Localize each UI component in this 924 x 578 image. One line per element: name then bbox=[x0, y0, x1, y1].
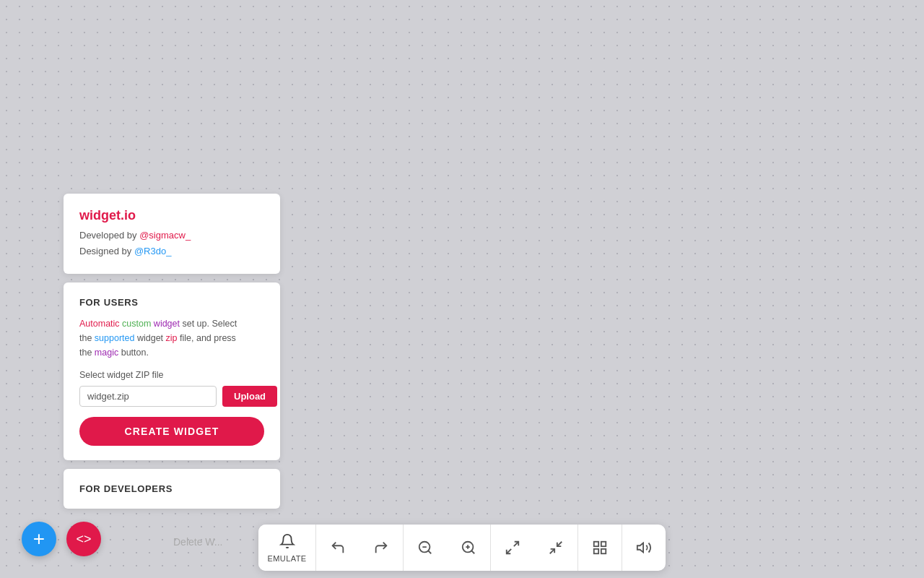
svg-rect-14 bbox=[601, 549, 606, 553]
designer-credit: Designed by @R3do_ bbox=[79, 243, 264, 259]
svg-marker-15 bbox=[637, 543, 643, 553]
emulate-button[interactable]: EMULATE bbox=[258, 525, 316, 571]
grid-group bbox=[578, 525, 622, 571]
upload-button[interactable]: Upload bbox=[222, 386, 277, 407]
volume-group bbox=[622, 525, 666, 571]
designer-handle: @R3do_ bbox=[134, 246, 172, 256]
developer-handle: @sigmacw_ bbox=[139, 230, 191, 241]
developer-credit: Developed by @sigmacw_ bbox=[79, 228, 264, 243]
undo-redo-group bbox=[316, 525, 404, 571]
designer-label: Designed by bbox=[79, 246, 134, 256]
zoom-group bbox=[404, 525, 491, 571]
dev-card: FOR DEVELOPERS bbox=[64, 469, 280, 509]
emulate-label: EMULATE bbox=[267, 554, 306, 563]
svg-line-8 bbox=[507, 549, 511, 553]
users-section-title: FOR USERS bbox=[79, 297, 264, 308]
desc-auto: Automatic bbox=[79, 319, 120, 329]
file-input[interactable] bbox=[79, 386, 217, 407]
svg-line-7 bbox=[514, 542, 518, 546]
svg-line-4 bbox=[471, 551, 474, 553]
svg-rect-11 bbox=[594, 542, 598, 546]
zoom-in-button[interactable] bbox=[447, 525, 490, 571]
grid-button[interactable] bbox=[578, 525, 622, 571]
fab-code-button[interactable]: <> bbox=[66, 522, 101, 556]
app-title: widget.io bbox=[79, 208, 264, 223]
info-card: widget.io Developed by @sigmacw_ Designe… bbox=[64, 194, 280, 274]
volume-button[interactable] bbox=[622, 525, 666, 571]
shrink-button[interactable] bbox=[534, 525, 578, 571]
zoom-out-button[interactable] bbox=[404, 525, 447, 571]
undo-button[interactable] bbox=[316, 525, 359, 571]
svg-line-9 bbox=[550, 549, 554, 553]
desc-zip: zip bbox=[166, 333, 178, 343]
delete-text: Delete W... bbox=[173, 536, 222, 548]
users-description: Automatic custom widget set up. Selectth… bbox=[79, 316, 264, 360]
create-widget-button[interactable]: CREATE WIDGET bbox=[79, 417, 264, 446]
users-card: FOR USERS Automatic custom widget set up… bbox=[64, 282, 280, 460]
svg-line-1 bbox=[428, 551, 431, 553]
developer-label: Developed by bbox=[79, 230, 139, 241]
code-icon: <> bbox=[76, 532, 91, 547]
plus-icon: + bbox=[33, 527, 45, 551]
bottom-toolbar: EMULATE bbox=[258, 525, 666, 571]
desc-supported: supported bbox=[95, 333, 135, 343]
bell-icon bbox=[279, 533, 295, 553]
fab-plus-button[interactable]: + bbox=[22, 522, 56, 556]
svg-line-10 bbox=[557, 542, 562, 546]
svg-rect-13 bbox=[594, 549, 598, 553]
desc-magic: magic bbox=[95, 348, 118, 358]
dev-section-title: FOR DEVELOPERS bbox=[79, 483, 264, 494]
select-label: Select widget ZIP file bbox=[79, 370, 264, 380]
desc-custom: custom bbox=[122, 319, 151, 329]
expand-button[interactable] bbox=[491, 525, 534, 571]
view-group bbox=[491, 525, 578, 571]
file-input-row: Upload bbox=[79, 386, 264, 407]
redo-button[interactable] bbox=[359, 525, 403, 571]
cards-container: widget.io Developed by @sigmacw_ Designe… bbox=[64, 194, 280, 509]
desc-widget: widget bbox=[154, 319, 180, 329]
svg-rect-12 bbox=[601, 542, 606, 546]
